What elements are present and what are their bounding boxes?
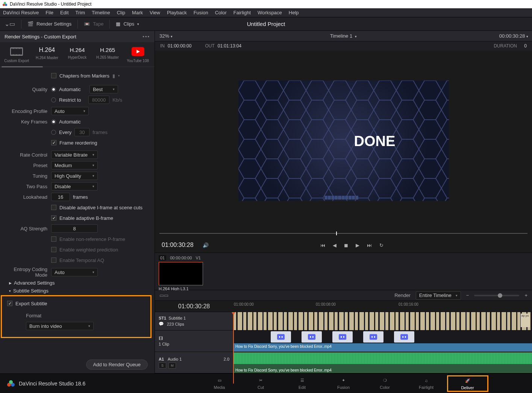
first-frame-button[interactable]: ⏮ — [320, 242, 325, 248]
menu-playback[interactable]: Playback — [167, 10, 187, 15]
monitor-icon[interactable]: ⌄▭ — [5, 20, 15, 27]
render-presets-row: Custom Export H.264 H.264 Master H.264 H… — [0, 42, 155, 67]
zoom-out-button[interactable]: − — [466, 292, 469, 298]
menu-color[interactable]: Color — [215, 10, 227, 15]
mute-button[interactable]: M — [168, 363, 176, 369]
track-body-a1[interactable]: How to Fix Discord Sorry, you've been bl… — [233, 352, 532, 373]
track-head-st1[interactable]: ST1 Subtitle 1 💬223 Clips — [155, 312, 233, 330]
tab-deliver[interactable]: 🚀Deliver — [447, 375, 488, 392]
svg-point-18 — [402, 336, 403, 338]
render-settings-toggle[interactable]: 🎬 Render Settings — [27, 21, 71, 27]
in-timecode[interactable]: 01:00:00:00 — [168, 43, 191, 49]
last-frame-button[interactable]: ⏭ — [367, 242, 372, 248]
entropy-select[interactable]: Auto▾ — [51, 268, 98, 276]
transport-timecode[interactable]: 01:00:30:28 — [162, 242, 194, 248]
track-head-a1[interactable]: A1Audio 12.0 SM — [155, 352, 233, 373]
enable-nonref-p-checkbox[interactable] — [51, 236, 56, 242]
tab-fairlight[interactable]: ♫Fairlight — [406, 375, 447, 392]
prev-frame-button[interactable]: ◀ — [333, 242, 336, 248]
tab-color[interactable]: ❍Color — [364, 375, 406, 392]
preset-youtube[interactable]: YouTube 108 — [123, 47, 153, 63]
chapters-checkbox[interactable] — [51, 73, 56, 78]
enable-weighted-checkbox[interactable] — [51, 247, 56, 252]
aq-strength-input[interactable]: 8 — [51, 224, 98, 233]
viewer-timecode[interactable]: 00:00:30:28 ▾ — [499, 33, 528, 39]
preview-overlay-text: DONE — [354, 133, 396, 149]
encoding-profile-select[interactable]: Auto▾ — [51, 107, 89, 115]
loop-button[interactable]: ↻ — [379, 242, 383, 248]
menu-fusion[interactable]: Fusion — [194, 10, 208, 15]
quality-auto-radio[interactable] — [51, 87, 56, 92]
play-button[interactable]: ▶ — [356, 242, 359, 248]
audio-clip-name: How to Fix Discord Sorry, you've been bl… — [235, 368, 332, 372]
solo-button[interactable]: S — [159, 363, 166, 369]
tab-fusion[interactable]: ✦Fusion — [323, 375, 364, 392]
export-subtitle-checkbox[interactable] — [7, 301, 12, 306]
rate-control-select[interactable]: Variable Bitrate▾ — [51, 151, 98, 159]
add-to-render-queue-button[interactable]: Add to Render Queue — [86, 359, 148, 370]
preset-custom[interactable]: Custom Export — [2, 47, 32, 63]
advanced-settings-header[interactable]: ▶Advanced Settings — [9, 280, 149, 286]
menu-clip[interactable]: Clip — [117, 10, 125, 15]
clip-tc: 00:00:00:00 — [170, 256, 192, 260]
zoom-in-button[interactable]: + — [524, 292, 527, 298]
ruler-timecode: 01:00:30:28 — [155, 303, 233, 310]
timeline-view-icon[interactable]: ▭▭ — [159, 292, 168, 298]
quality-best-select[interactable]: Best▾ — [89, 85, 118, 93]
playhead[interactable] — [233, 312, 234, 384]
clips-toggle[interactable]: ▦ Clips ▾ — [116, 21, 139, 27]
frame-reordering-checkbox[interactable] — [51, 140, 56, 145]
mute-icon[interactable]: 🔊 — [203, 242, 209, 248]
menu-davinci[interactable]: DaVinci Resolve — [3, 10, 39, 15]
svg-point-12 — [341, 336, 342, 338]
menu-mark[interactable]: Mark — [132, 10, 143, 15]
enable-temporal-aq-checkbox[interactable] — [51, 257, 56, 263]
keyframes-every-radio[interactable] — [51, 130, 56, 135]
timeline-ruler[interactable]: 01:00:30:28 01:00:00:00 01:00:08:00 01:0… — [155, 301, 532, 312]
tuning-select[interactable]: High Quality▾ — [51, 172, 98, 180]
subtitle-format-select[interactable]: Burn into video▾ — [26, 322, 94, 330]
menu-help[interactable]: Help — [289, 10, 299, 15]
stop-button[interactable]: ◼ — [344, 242, 348, 248]
preset-h265-master[interactable]: H.265 H.265 Master — [92, 47, 123, 63]
enable-adaptive-b-checkbox[interactable] — [51, 215, 56, 221]
quality-restrict-radio[interactable] — [51, 97, 56, 102]
render-range-select[interactable]: Entire Timeline▾ — [416, 291, 461, 300]
track-head-v1[interactable]: 🎞 1 Clip — [155, 331, 233, 352]
menu-workspace[interactable]: Workspace — [258, 10, 282, 15]
more-icon[interactable]: ••• — [142, 34, 150, 40]
two-pass-select[interactable]: Disable▾ — [51, 182, 98, 190]
menu-edit[interactable]: Edit — [60, 10, 68, 15]
preset-hyperdeck[interactable]: H.264 HyperDeck — [62, 47, 92, 63]
track-body-v1[interactable]: How to Fix Discord Sorry, you've been bl… — [233, 331, 532, 352]
svg-point-9 — [310, 336, 311, 338]
zoom-dropdown[interactable]: 32% ▾ — [155, 33, 177, 39]
menu-timeline[interactable]: Timeline — [92, 10, 110, 15]
timeline-zoom-slider[interactable] — [474, 295, 519, 296]
keyframes-every-input[interactable]: 30 — [74, 128, 89, 136]
clip-thumbnail[interactable] — [159, 262, 203, 285]
subtitle-settings-header[interactable]: ▾Subtitle Settings — [9, 288, 149, 294]
svg-rect-14 — [370, 334, 377, 340]
viewer-canvas-area[interactable]: DONE — [155, 50, 532, 231]
tape-toggle[interactable]: 📼 Tape — [84, 21, 103, 27]
render-clip-strip: 01 00:00:00:00 V1 H.264 High L3.1 — [155, 253, 532, 290]
restrict-kbps-input[interactable]: 80000 — [88, 96, 109, 104]
keyframes-auto-radio[interactable] — [51, 119, 56, 124]
viewer-scrubber[interactable] — [159, 231, 527, 236]
menu-trim[interactable]: Trim — [76, 10, 85, 15]
timeline-name-dropdown[interactable]: Timeline 1 ▾ — [330, 33, 357, 39]
menu-file[interactable]: File — [45, 10, 53, 15]
tab-cut[interactable]: ✂Cut — [240, 375, 282, 392]
tab-media[interactable]: ▭Media — [199, 375, 240, 392]
disable-adaptive-i-checkbox[interactable] — [51, 205, 56, 210]
preset-h264-master[interactable]: H.264 H.264 Master — [32, 47, 62, 63]
menu-fairlight[interactable]: Fairlight — [233, 10, 251, 15]
menu-view[interactable]: View — [150, 10, 160, 15]
lookahead-input[interactable]: 16 — [51, 193, 70, 201]
chevron-down-icon: ▾ — [137, 22, 139, 26]
tab-edit[interactable]: ☰Edit — [282, 375, 323, 392]
preset-select[interactable]: Medium▾ — [51, 161, 98, 169]
out-timecode[interactable]: 01:01:13:04 — [218, 43, 241, 49]
track-body-st1[interactable]: ap ps — [233, 312, 532, 330]
